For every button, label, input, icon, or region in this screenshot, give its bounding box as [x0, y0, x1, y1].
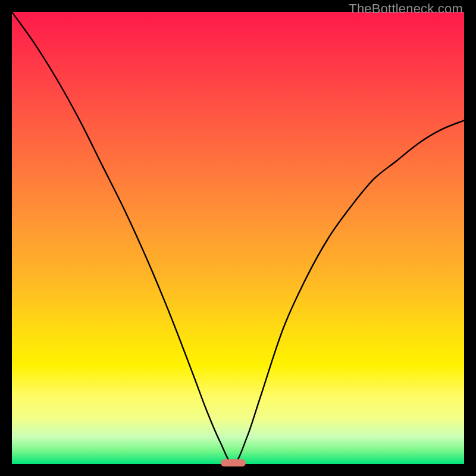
bottleneck-curve: [12, 12, 464, 464]
watermark-text: TheBottleneck.com: [349, 1, 463, 17]
chart-frame: TheBottleneck.com: [0, 0, 476, 476]
minimum-marker: [221, 459, 246, 466]
plot-area: [12, 12, 464, 464]
